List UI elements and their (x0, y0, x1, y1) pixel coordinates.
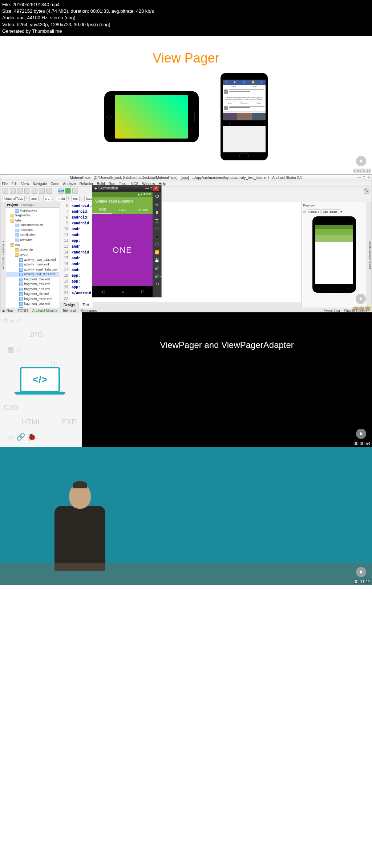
menu-navigate[interactable]: Navigate (33, 182, 47, 186)
crumb[interactable]: main (56, 196, 67, 201)
messages-tab[interactable]: Messages (80, 309, 97, 312)
meta-audio: Audio: aac, 44100 Hz, stereo (eng) (2, 15, 370, 21)
tree-item[interactable]: fragment_two.xml (6, 301, 59, 307)
tb-redo-icon[interactable] (24, 188, 30, 194)
tb-search-icon[interactable]: 🔍 (364, 188, 369, 194)
tree-item[interactable]: activity_text_tabs.xml (6, 272, 59, 277)
rotate-icon[interactable]: ⟲ (154, 282, 159, 287)
play-icon[interactable] (356, 567, 366, 577)
tree-item[interactable]: activity_main.xml (6, 262, 59, 267)
menu-analyze[interactable]: Analyze (63, 182, 76, 186)
project-tab[interactable]: Project (7, 203, 18, 207)
tree-item[interactable]: activity_icon_tabs.xml (6, 257, 59, 263)
tab-three[interactable]: THREE (133, 205, 153, 214)
tree-item[interactable]: MainActivity (6, 208, 59, 213)
right-gutter[interactable]: Gradle Android Model (367, 202, 372, 308)
tree-item[interactable]: CustomViewTab (6, 223, 59, 228)
tree-item[interactable]: drawable (6, 248, 59, 253)
tree-item[interactable]: layout (6, 252, 59, 257)
crumb[interactable]: res (72, 196, 80, 201)
play-icon[interactable] (356, 294, 366, 304)
meta-video: Video: h264, yuv420p, 1280x720, 30.00 fp… (2, 21, 370, 28)
tab-two[interactable]: TWO (112, 205, 132, 214)
menu-refactor[interactable]: Refactor (80, 182, 93, 186)
timestamp: 00:00:18 (353, 168, 371, 173)
preview-device: ◁○□ (312, 216, 356, 293)
android-nav[interactable]: ◁○□ (92, 286, 153, 297)
network-icon[interactable]: 📶 (154, 250, 159, 255)
tree-item[interactable]: fragments (6, 213, 59, 218)
laptop-icon: </> (20, 367, 60, 395)
battery-icon[interactable]: ▮ (154, 210, 159, 215)
tree-item[interactable]: IconTabs (6, 228, 59, 233)
preview-panel: Preview ◫ Nexus 4 AppTheme ⟳ ◁○□ (301, 202, 367, 308)
disk-icon[interactable]: 💾 (154, 258, 159, 263)
packages-tab[interactable]: Packages (21, 203, 36, 207)
pager-content[interactable]: ONE (92, 214, 153, 286)
tree-item[interactable]: tabs (6, 218, 59, 223)
tree-item[interactable]: ScrollTabs (6, 233, 59, 238)
vol-up-icon[interactable]: 🔊+ (154, 266, 159, 271)
monitor-tab[interactable]: Android Monitor (32, 309, 58, 312)
tb-cut-icon[interactable] (32, 188, 37, 194)
menu-code[interactable]: Code (50, 182, 59, 186)
design-tab[interactable]: Design (60, 302, 79, 308)
tb-open-icon[interactable] (3, 188, 8, 194)
meta-gen: Generated by Thumbnail me (2, 28, 370, 35)
tree-item[interactable]: fragment_four.xml (6, 282, 59, 287)
tab-one[interactable]: ONE (92, 205, 112, 214)
menu-file[interactable]: File (2, 182, 8, 186)
remote-icon[interactable]: 📱 (154, 234, 159, 239)
tb-run-icon[interactable] (65, 188, 71, 194)
play-icon[interactable] (356, 156, 366, 166)
eventlog-tab[interactable]: Event Log (323, 309, 340, 312)
id-icon[interactable]: ⓘ (154, 242, 159, 247)
capture-icon[interactable]: ▭ (154, 226, 159, 231)
tb-undo-icon[interactable] (17, 188, 23, 194)
gps-icon[interactable]: ◎ (154, 202, 159, 207)
tree-item[interactable]: tab_item.xml (6, 307, 59, 308)
tb-debug-icon[interactable] (72, 188, 78, 194)
window-controls[interactable]: —□✕ (358, 176, 370, 179)
crumb[interactable]: MaterialTabs (3, 196, 25, 201)
tree-item[interactable]: res (6, 243, 59, 248)
tree-item[interactable]: fragment_five.xml (6, 277, 59, 282)
tree-item[interactable]: TextTabs (6, 238, 59, 243)
tb-paste-icon[interactable] (46, 188, 52, 194)
genymotion-window[interactable]: ◆ Genymotion — □ ✕ ▖◢▮8:56 Simple Tabs E… (92, 185, 162, 297)
tb-run-config[interactable]: app▾ (58, 188, 64, 194)
preview-label: Preview (303, 204, 365, 208)
menu-view[interactable]: View (21, 182, 29, 186)
left-gutter[interactable]: 1: Project 7: Structure (0, 202, 5, 308)
project-tree[interactable]: MainActivityfragmentstabsCustomViewTabIc… (5, 208, 60, 308)
text-tab[interactable]: Text (79, 302, 93, 308)
todo-tab[interactable]: TODO (17, 309, 28, 312)
device-select[interactable]: Nexus 4 (307, 209, 320, 214)
file-metadata: File: 20160526191340.mp4 Size: 4972152 b… (0, 0, 372, 36)
window-title: MaterialTabs - [C:\Users\Sriyank Siddhar… (0, 175, 372, 181)
menu-bar[interactable]: File Edit View Navigate Code Analyze Ref… (0, 181, 372, 187)
timestamp: 00:01:12 (353, 579, 371, 584)
timestamp: 00:00:36 (353, 306, 370, 311)
close-icon[interactable]: ✕ (153, 186, 159, 191)
tb-save-icon[interactable] (10, 188, 16, 194)
crumb[interactable]: app (29, 196, 39, 201)
emulator-screen[interactable]: ▖◢▮8:56 Simple Tabs Example ONE TWO THRE… (92, 192, 153, 297)
theme-select[interactable]: AppTheme (322, 209, 339, 214)
tree-item[interactable]: activity_scroll_tabs.xml (6, 267, 59, 272)
menu-edit[interactable]: Edit (11, 182, 17, 186)
tree-item[interactable]: fragment_six.xml (6, 292, 59, 297)
crumb[interactable]: src (43, 196, 51, 201)
slide3-sidebar: ⎋ ▭ ↗ JPG ▦ ⌂ ◫ CSS HTML EXE ▭ 🔗 🐞 </> (0, 312, 82, 447)
tb-copy-icon[interactable] (39, 188, 45, 194)
play-icon[interactable] (356, 429, 366, 439)
tree-item[interactable]: fragment_one.xml (6, 287, 59, 292)
run-tab[interactable]: ▶ Run (3, 309, 13, 312)
power-icon[interactable]: ⏻ (154, 194, 159, 199)
tree-item[interactable]: fragment_three.xml (6, 297, 59, 302)
phone-landscape (104, 91, 199, 142)
camera-icon[interactable]: 📷 (154, 218, 159, 223)
vol-down-icon[interactable]: 🔊- (154, 274, 159, 279)
meta-file: File: 20160526191340.mp4 (2, 1, 370, 8)
refresh-icon[interactable]: ⟳ (340, 210, 343, 213)
